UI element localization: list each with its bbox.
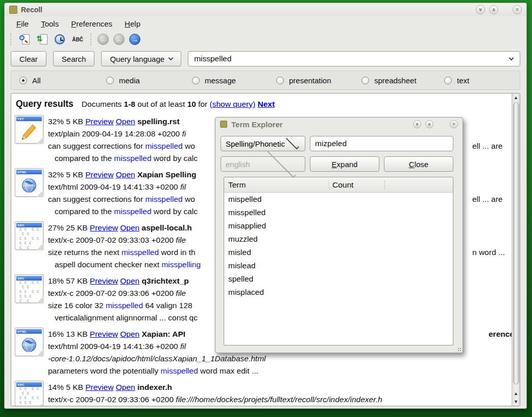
text-segment: 64 valign 128: [143, 301, 192, 310]
result-link[interactable]: Open: [116, 383, 135, 391]
menu-tools[interactable]: Tools: [36, 18, 63, 29]
maximize-icon[interactable]: ∧: [489, 5, 498, 14]
text-segment: Xapian: API: [142, 330, 186, 338]
text-segment: misspelling: [161, 260, 201, 269]
column-header-count[interactable]: Count: [329, 180, 385, 190]
term-input[interactable]: [310, 136, 453, 151]
term-row[interactable]: mislead: [224, 259, 453, 272]
term-cell[interactable]: misapplied: [228, 221, 266, 230]
page-prev-icon[interactable]: ←: [113, 34, 125, 45]
scroll-up-icon[interactable]: ▲: [512, 94, 520, 102]
menu-file[interactable]: File: [12, 18, 33, 29]
term-cell[interactable]: misplaced: [228, 288, 264, 296]
term-row[interactable]: misplaced: [224, 286, 453, 299]
dialog-titlebar[interactable]: Term Explorer ∨ ∧ ✕: [215, 118, 463, 131]
filter-spreadsheet[interactable]: spreadsheet: [361, 76, 444, 85]
text-segment: Xapian Spelling: [137, 170, 196, 179]
close-icon[interactable]: ✕: [450, 120, 458, 128]
filter-all[interactable]: All: [19, 76, 106, 85]
term-cell[interactable]: misled: [228, 248, 251, 257]
sort-by-date-icon[interactable]: [53, 33, 66, 46]
close-icon[interactable]: ✕: [513, 5, 522, 14]
result-link[interactable]: Open: [120, 223, 139, 232]
close-button[interactable]: Close: [384, 156, 453, 172]
scrollbar-thumb[interactable]: [513, 102, 519, 384]
toolbar: ⇅ ÅBĈ ← ← →: [5, 31, 526, 48]
result-link[interactable]: Preview: [85, 383, 113, 391]
menu-help[interactable]: Help: [120, 18, 145, 29]
minimize-icon[interactable]: ∨: [413, 120, 421, 128]
expand-mode-label: Spelling/Phonetic: [226, 140, 285, 148]
result-link[interactable]: Open: [120, 330, 139, 338]
term-row[interactable]: muzzled: [224, 233, 453, 246]
scroll-down-icon[interactable]: ▼: [512, 398, 520, 406]
text-segment: misspelled: [106, 301, 143, 310]
filter-presentation[interactable]: presentation: [276, 76, 361, 85]
radio-icon[interactable]: [192, 77, 200, 84]
result-link[interactable]: Preview: [85, 117, 113, 126]
menu-preferences[interactable]: Preferences: [66, 18, 117, 29]
term-row[interactable]: misspelled: [224, 206, 453, 219]
column-header-term[interactable]: Term: [224, 180, 329, 190]
result-link[interactable]: Preview: [90, 276, 118, 285]
result-link[interactable]: Next: [257, 100, 275, 108]
result-link[interactable]: Open: [116, 117, 135, 126]
text-segment: parameters word the potentially: [48, 366, 161, 375]
text-segment: misspelled: [114, 154, 151, 163]
query-input[interactable]: [194, 54, 510, 63]
search-mode-select[interactable]: Query language: [101, 51, 181, 66]
expand-mode-select[interactable]: Spelling/Phonetic: [221, 136, 305, 151]
term-cell[interactable]: spelled: [228, 274, 253, 283]
term-row[interactable]: misapplied: [224, 219, 453, 233]
file-type-label: HTML: [16, 330, 27, 333]
term-cell[interactable]: mispelled: [228, 195, 261, 203]
query-combobox[interactable]: [188, 51, 520, 66]
page-next-icon[interactable]: →: [129, 34, 140, 45]
language-select[interactable]: english: [221, 156, 305, 172]
radio-icon[interactable]: [276, 77, 284, 84]
resize-grip[interactable]: [457, 348, 462, 352]
maximize-icon[interactable]: ∧: [425, 120, 433, 128]
dialog-row-2: english Expand Close: [221, 156, 453, 172]
minimize-icon[interactable]: ∨: [476, 5, 485, 14]
scroll-up-icon[interactable]: ▲: [512, 389, 520, 398]
search-button[interactable]: Search: [53, 51, 95, 66]
term-cell[interactable]: misspelled: [228, 208, 265, 217]
result-link[interactable]: Open: [116, 170, 135, 179]
term-row[interactable]: misled: [224, 246, 453, 259]
page-first-icon[interactable]: ←: [98, 34, 109, 45]
radio-icon[interactable]: [361, 77, 369, 84]
text-segment: can suggest corrections for: [48, 195, 145, 203]
chevron-down-icon[interactable]: [509, 55, 514, 60]
term-row[interactable]: mispelled: [224, 193, 453, 206]
result-link[interactable]: Preview: [90, 223, 118, 232]
spellcheck-term-explorer-icon[interactable]: ÅBĈ: [71, 33, 84, 46]
radio-icon[interactable]: [106, 77, 114, 84]
radio-icon[interactable]: [19, 77, 27, 84]
term-cell[interactable]: mislead: [228, 261, 255, 270]
vertical-scrollbar[interactable]: ▲ ▲ ▼: [512, 94, 520, 406]
clear-button[interactable]: Clear: [11, 51, 46, 66]
scrollbar-track[interactable]: [512, 102, 520, 389]
document-preview-icon[interactable]: [17, 33, 31, 46]
result-link[interactable]: Preview: [90, 330, 118, 338]
radio-icon[interactable]: [444, 77, 452, 84]
text-segment: misspelled: [122, 248, 159, 257]
result-link[interactable]: (show query): [210, 100, 256, 108]
filter-row: Allmediamessagepresentationspreadsheette…: [11, 71, 520, 90]
dialog-row-1: Spelling/Phonetic: [221, 136, 453, 151]
text-segment: size 16 color 32: [48, 301, 106, 310]
filter-media[interactable]: media: [106, 76, 192, 85]
main-titlebar[interactable]: Recoll ∨ ∧ ✕: [5, 3, 526, 16]
term-table-header[interactable]: Term Count: [224, 177, 453, 193]
term-cell[interactable]: muzzled: [228, 235, 258, 243]
filter-message[interactable]: message: [192, 76, 276, 85]
results-header: Query resultsDocuments 1-8 out of at lea…: [15, 97, 512, 114]
result-link[interactable]: Preview: [85, 170, 113, 179]
result-link[interactable]: Open: [120, 276, 139, 285]
expand-button[interactable]: Expand: [310, 156, 379, 172]
filter-text[interactable]: text: [444, 76, 469, 85]
document-update-icon[interactable]: ⇅: [35, 33, 49, 46]
text-segment: q3richtext_p: [142, 276, 189, 285]
term-row[interactable]: spelled: [224, 272, 453, 286]
